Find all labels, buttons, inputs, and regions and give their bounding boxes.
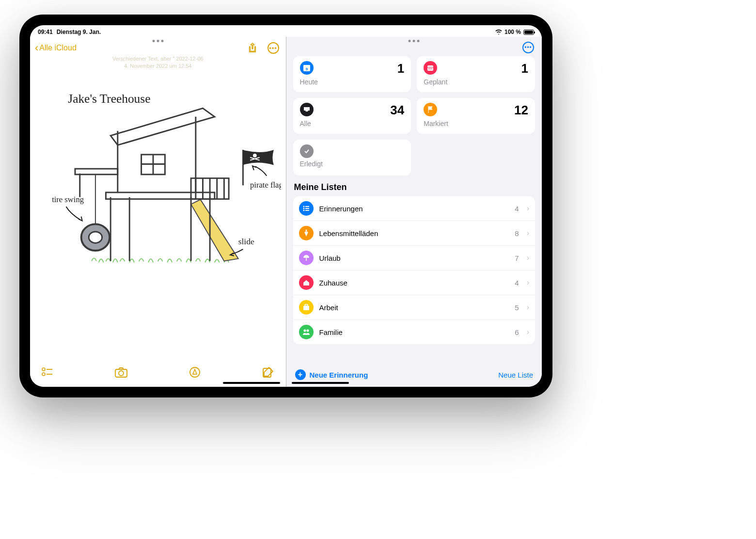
svg-point-48 [303, 330, 306, 332]
list-count: 8 [515, 229, 519, 238]
status-bar: 09:41 Dienstag 9. Jan. 100 % [30, 25, 542, 37]
note-metadata: Verschiedener Text, aber " 2022-12-06 4.… [30, 55, 286, 70]
list-row[interactable]: Urlaub7› [293, 246, 536, 270]
card-flagged-label: Markiert [424, 120, 528, 127]
card-all[interactable]: 34 Alle [293, 98, 411, 134]
reminders-lists: Erinnerungen4›Lebensmittelläden8›Urlaub7… [293, 196, 536, 344]
svg-text:9: 9 [305, 67, 308, 71]
label-pirate-flag: pirate flag [250, 180, 281, 190]
list-count: 4 [515, 279, 519, 287]
chevron-right-icon: › [527, 229, 529, 238]
chevron-right-icon: › [527, 303, 529, 312]
battery-percent: 100 % [504, 29, 521, 35]
list-icon [299, 275, 314, 290]
svg-point-25 [42, 373, 45, 376]
new-reminder-button[interactable]: + Neue Erinnerung [295, 369, 368, 380]
back-label: Alle iCloud [39, 44, 76, 52]
list-name: Lebensmittelläden [319, 229, 509, 238]
sketch-title: Jake's Treehouse [68, 91, 150, 105]
new-reminder-label: Neue Erinnerung [310, 371, 368, 379]
multitask-menu-button[interactable] [409, 40, 420, 42]
list-name: Urlaub [319, 254, 509, 262]
card-today[interactable]: 9 1 Heute [293, 56, 411, 92]
card-completed[interactable]: Erledigt [293, 140, 411, 175]
new-list-button[interactable]: Neue Liste [498, 371, 533, 379]
label-tire-swing: tire swing [52, 194, 84, 204]
svg-point-43 [303, 210, 304, 211]
list-name: Arbeit [319, 303, 509, 312]
multitask-menu-button[interactable] [152, 40, 163, 42]
card-flagged-count: 12 [514, 103, 528, 118]
card-scheduled[interactable]: 1 Geplant [417, 56, 535, 92]
list-row[interactable]: Familie6› [293, 320, 536, 344]
markup-icon [189, 366, 201, 378]
chevron-right-icon: › [527, 204, 529, 213]
svg-point-37 [430, 68, 431, 69]
ipad-device-frame: 09:41 Dienstag 9. Jan. 100 % ‹ Alle iClo… [19, 15, 552, 397]
card-completed-label: Erledigt [300, 160, 405, 168]
list-icon [299, 251, 314, 265]
ellipsis-icon: ••• [524, 44, 532, 51]
wifi-icon [495, 30, 502, 34]
note-drawing-canvas[interactable]: Jake's Treehouse tire swing pirate flag … [30, 70, 286, 362]
markup-button[interactable] [189, 366, 201, 380]
list-row[interactable]: Lebensmittelläden8› [293, 221, 536, 246]
list-row[interactable]: Zuhause4› [293, 270, 536, 295]
home-indicator[interactable] [223, 382, 280, 384]
svg-rect-6 [75, 169, 118, 174]
share-button[interactable] [246, 42, 259, 54]
svg-point-38 [431, 68, 432, 69]
calendar-icon [424, 61, 437, 75]
card-scheduled-count: 1 [521, 61, 528, 76]
card-today-count: 1 [397, 61, 404, 76]
notes-back-button[interactable]: ‹ Alle iCloud [35, 43, 77, 53]
svg-point-49 [306, 330, 309, 332]
list-icon [299, 300, 314, 315]
notes-more-button[interactable]: ••• [268, 42, 279, 54]
list-count: 5 [515, 303, 519, 312]
svg-rect-46 [303, 306, 309, 310]
compose-icon [262, 366, 274, 378]
list-row[interactable]: Erinnerungen4› [293, 196, 536, 221]
chevron-right-icon: › [527, 254, 529, 262]
list-count: 7 [515, 254, 519, 262]
camera-button[interactable] [115, 367, 127, 380]
plus-circle-icon: + [295, 369, 306, 380]
battery-icon [523, 30, 534, 35]
svg-point-22 [253, 154, 257, 158]
list-name: Familie [319, 328, 509, 336]
ellipsis-icon: ••• [269, 45, 277, 52]
card-today-label: Heute [300, 78, 405, 86]
checkmark-icon [300, 144, 314, 158]
label-slide: slide [238, 237, 254, 246]
status-date: Dienstag 9. Jan. [57, 29, 101, 35]
share-icon [248, 43, 257, 53]
svg-point-39 [303, 206, 304, 207]
chevron-right-icon: › [527, 328, 529, 336]
list-name: Erinnerungen [319, 205, 509, 213]
card-all-count: 34 [390, 103, 404, 118]
svg-point-20 [89, 232, 102, 243]
compose-button[interactable] [262, 366, 274, 380]
svg-point-36 [428, 68, 429, 69]
ipad-screen: 09:41 Dienstag 9. Jan. 100 % ‹ Alle iClo… [30, 25, 542, 387]
card-flagged[interactable]: 12 Markiert [417, 98, 535, 134]
inbox-icon [300, 103, 314, 116]
camera-icon [115, 367, 127, 378]
home-indicator[interactable] [292, 382, 349, 384]
reminders-more-button[interactable]: ••• [522, 42, 534, 53]
list-icon [299, 201, 314, 216]
card-scheduled-label: Geplant [424, 78, 528, 86]
flag-icon [424, 103, 437, 116]
svg-point-28 [119, 371, 124, 376]
checklist-button[interactable] [42, 367, 53, 379]
card-all-label: Alle [300, 120, 405, 127]
status-time: 09:41 [38, 29, 53, 35]
checklist-icon [42, 367, 53, 377]
svg-rect-5 [106, 192, 214, 199]
notes-app-pane: ‹ Alle iCloud ••• Verschiedener Text, ab… [30, 37, 286, 387]
note-meta-line2: 4. November 2022 um 12:54 [59, 63, 257, 70]
list-icon [299, 325, 314, 339]
my-lists-heading: Meine Listen [294, 182, 536, 192]
list-row[interactable]: Arbeit5› [293, 295, 536, 320]
